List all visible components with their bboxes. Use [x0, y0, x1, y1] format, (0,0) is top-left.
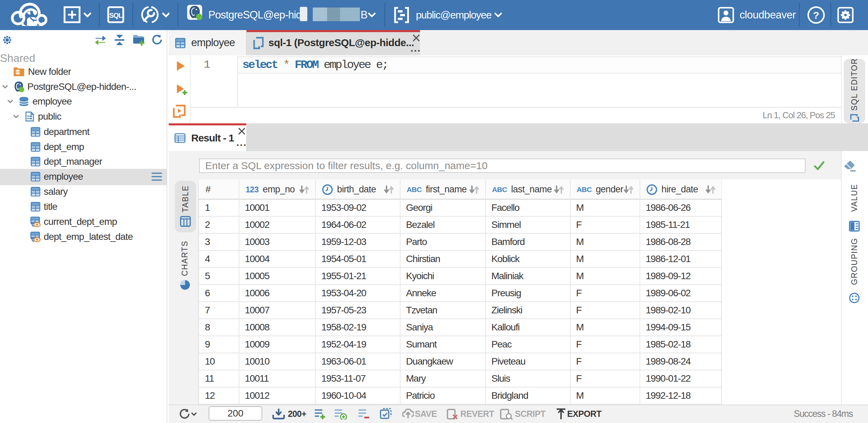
- svg-text:?: ?: [813, 10, 819, 21]
- svg-text:SQL: SQL: [109, 12, 123, 19]
